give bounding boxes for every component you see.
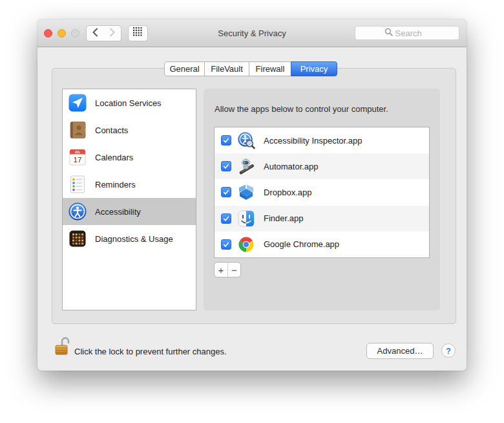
app-checkbox[interactable] <box>221 187 231 197</box>
sidebar-item-location-services[interactable]: Location Services <box>63 89 196 116</box>
reminders-icon <box>68 175 87 194</box>
sidebar-item-label: Diagnostics & Usage <box>95 234 173 244</box>
privacy-pane: Allow the apps below to control your com… <box>204 89 440 310</box>
search-input[interactable] <box>395 28 430 38</box>
svg-text:JUL: JUL <box>75 151 81 154</box>
sidebar-item-label: Contacts <box>95 125 128 135</box>
google-chrome-icon <box>236 235 256 254</box>
dropbox-icon <box>236 182 256 202</box>
automator-icon <box>236 157 256 176</box>
sidebar-item-label: Calendars <box>95 153 133 162</box>
app-row-automator[interactable]: Automator.app <box>215 153 429 179</box>
grid-icon <box>133 27 143 39</box>
tab-firewall[interactable]: Firewall <box>249 61 291 76</box>
app-row-finder[interactable]: Finder.app <box>215 206 429 232</box>
privacy-heading: Allow the apps below to control your com… <box>215 104 388 114</box>
app-name: Accessibility Inspector.app <box>264 136 362 146</box>
search-icon <box>384 27 393 39</box>
sidebar-item-contacts[interactable]: Contacts <box>63 116 196 144</box>
sidebar-item-label: Location Services <box>95 98 162 108</box>
location-services-icon <box>68 93 87 113</box>
finder-icon <box>236 209 256 228</box>
chevron-left-icon <box>92 28 98 39</box>
accessibility-inspector-icon <box>236 131 256 150</box>
minimize-button[interactable] <box>58 29 66 38</box>
app-name: Google Chrome.app <box>264 239 339 249</box>
app-checkbox[interactable] <box>221 213 231 224</box>
app-checkbox[interactable] <box>221 135 231 146</box>
sidebar-item-calendars[interactable]: JUL 17 Calendars <box>63 144 196 171</box>
allowed-apps-list: Accessibility Inspector.app <box>214 127 430 258</box>
svg-text:17: 17 <box>74 156 82 164</box>
app-checkbox[interactable] <box>221 161 231 171</box>
app-name: Automator.app <box>264 162 319 171</box>
search-field[interactable] <box>355 26 459 40</box>
show-all-button[interactable] <box>128 25 148 41</box>
lock-unlocked-icon[interactable] <box>54 336 71 360</box>
zoom-button <box>71 29 79 38</box>
contacts-icon <box>68 120 87 140</box>
sidebar-item-accessibility[interactable]: Accessibility <box>63 198 196 225</box>
help-button[interactable]: ? <box>441 343 456 358</box>
calendars-icon: JUL 17 <box>68 147 87 167</box>
security-privacy-window: Security & Privacy <box>37 19 467 371</box>
accessibility-icon <box>68 202 87 221</box>
app-name: Dropbox.app <box>264 188 311 197</box>
privacy-category-list: Location Services Contacts <box>62 89 196 310</box>
app-row-google-chrome[interactable]: Google Chrome.app <box>215 232 429 257</box>
sidebar-item-diagnostics-usage[interactable]: Diagnostics & Usage <box>63 225 196 252</box>
app-checkbox[interactable] <box>221 239 231 250</box>
tab-general[interactable]: General <box>164 61 205 76</box>
add-remove-control: + − <box>214 262 241 277</box>
titlebar: Security & Privacy <box>37 19 467 47</box>
chevron-right-icon <box>109 28 116 39</box>
tab-filevault[interactable]: FileVault <box>204 61 249 76</box>
diagnostics-icon <box>68 229 87 248</box>
remove-app-button[interactable]: − <box>227 263 240 277</box>
app-name: Finder.app <box>264 213 303 223</box>
lock-hint-text: Click the lock to prevent further change… <box>74 347 227 356</box>
back-button[interactable] <box>86 25 104 41</box>
add-app-button[interactable]: + <box>215 263 227 277</box>
close-button[interactable] <box>44 29 52 38</box>
sidebar-item-label: Reminders <box>95 180 136 190</box>
app-row-dropbox[interactable]: Dropbox.app <box>215 179 429 205</box>
sidebar-item-reminders[interactable]: Reminders <box>63 171 196 198</box>
advanced-button[interactable]: Advanced… <box>366 343 434 359</box>
app-row-accessibility-inspector[interactable]: Accessibility Inspector.app <box>215 127 429 153</box>
tab-bar: General FileVault Firewall Privacy <box>164 61 337 76</box>
sidebar-item-label: Accessibility <box>95 207 141 217</box>
tab-privacy[interactable]: Privacy <box>291 61 337 76</box>
forward-button[interactable] <box>103 25 121 41</box>
